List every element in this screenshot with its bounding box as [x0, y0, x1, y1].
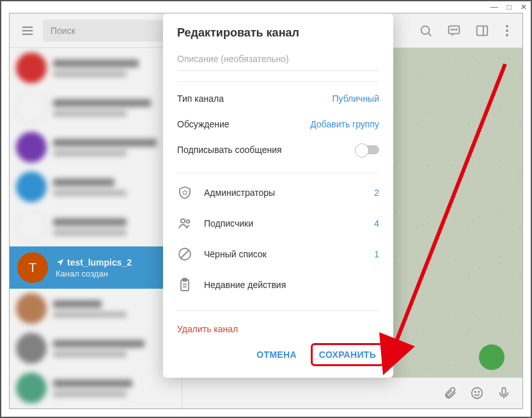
administrators-row[interactable]: Администраторы 2: [177, 177, 379, 208]
discussion-label: Обсуждение: [177, 119, 230, 129]
description-input[interactable]: Описание (необязательно): [177, 49, 379, 71]
sign-messages-toggle[interactable]: [356, 145, 379, 154]
discussion-row[interactable]: Обсуждение Добавить группу: [177, 111, 379, 137]
svg-point-15: [181, 219, 185, 223]
people-icon: [177, 216, 192, 231]
channel-type-row[interactable]: Тип канала Публичный: [177, 86, 379, 111]
edit-channel-modal: Редактировать канал Описание (необязател…: [163, 13, 393, 378]
close-button[interactable]: ✕: [520, 3, 527, 12]
channel-type-value[interactable]: Публичный: [332, 93, 379, 104]
window-controls: — □ ✕: [1, 1, 531, 13]
svg-line-18: [181, 250, 189, 258]
delete-channel-link[interactable]: Удалить канал: [177, 315, 379, 337]
channel-type-label: Тип канала: [177, 93, 224, 104]
save-button[interactable]: СОХРАНИТЬ: [311, 343, 384, 366]
administrators-label: Администраторы: [204, 188, 275, 198]
administrators-count: 2: [374, 188, 379, 198]
sign-messages-label: Подписывать сообщения: [177, 145, 282, 155]
subscribers-row[interactable]: Подписчики 4: [177, 208, 379, 239]
cancel-button[interactable]: ОТМЕНА: [247, 343, 305, 366]
svg-point-16: [187, 220, 190, 223]
ban-icon: [177, 246, 192, 262]
shield-icon: [177, 185, 192, 200]
sign-messages-row: Подписывать сообщения: [177, 137, 379, 163]
blacklist-count: 1: [374, 249, 379, 259]
recent-actions-row[interactable]: Недавние действия: [177, 269, 379, 300]
maximize-button[interactable]: □: [507, 3, 512, 12]
modal-title: Редактировать канал: [163, 13, 393, 49]
blacklist-row[interactable]: Чёрный список 1: [177, 239, 379, 269]
blacklist-label: Чёрный список: [204, 249, 267, 259]
minimize-button[interactable]: —: [490, 3, 498, 12]
discussion-value[interactable]: Добавить группу: [310, 119, 379, 129]
recent-actions-label: Недавние действия: [204, 280, 286, 290]
subscribers-label: Подписчики: [204, 218, 253, 229]
subscribers-count: 4: [374, 218, 379, 229]
clipboard-icon: [177, 277, 192, 293]
